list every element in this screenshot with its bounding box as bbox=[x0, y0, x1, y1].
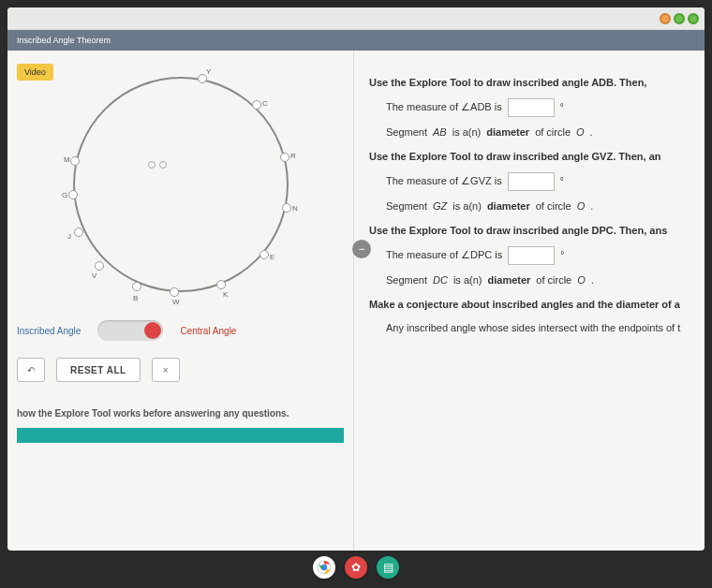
q1-measure-row: The measure of ∠ADB is ° bbox=[386, 98, 701, 117]
q3-measure-input[interactable] bbox=[508, 246, 555, 265]
point-n[interactable] bbox=[282, 203, 291, 213]
footer-bar bbox=[17, 428, 344, 443]
lesson-title: Inscribed Angle Theorem bbox=[17, 36, 111, 45]
undo-button[interactable]: ↶ bbox=[17, 358, 45, 382]
point-k[interactable] bbox=[216, 280, 226, 289]
hint-text: how the Explore Tool works before answer… bbox=[17, 408, 344, 419]
q1-segment-row: Segment AB is a(n) diameter of circle O. bbox=[386, 125, 701, 140]
questions-panel: Use the Explore Tool to draw inscribed a… bbox=[354, 51, 705, 551]
inscribed-angle-label: Inscribed Angle bbox=[17, 326, 81, 336]
point-m[interactable] bbox=[70, 156, 80, 166]
panel-collapse-icon[interactable]: − bbox=[352, 240, 371, 258]
center-marker bbox=[148, 161, 167, 169]
point-e[interactable] bbox=[260, 250, 269, 259]
point-v[interactable] bbox=[95, 261, 104, 271]
point-b[interactable] bbox=[132, 282, 141, 291]
lesson-header: Inscribed Angle Theorem bbox=[7, 30, 705, 51]
q1-prompt: Use the Explore Tool to draw inscribed a… bbox=[369, 75, 701, 91]
status-dot-green-1 bbox=[674, 13, 685, 24]
q3-prompt: Use the Explore Tool to draw inscribed a… bbox=[369, 223, 701, 239]
q2-measure-input[interactable] bbox=[508, 172, 555, 191]
conjecture-prompt: Make a conjecture about inscribed angles… bbox=[369, 297, 701, 313]
app-icon-green[interactable]: ▤ bbox=[377, 556, 399, 579]
reset-all-button[interactable]: RESET ALL bbox=[56, 358, 141, 382]
toggle-knob bbox=[144, 322, 161, 339]
app-icon-red[interactable]: ✿ bbox=[345, 556, 367, 579]
angle-toggle-row: Inscribed Angle Central Angle bbox=[17, 320, 344, 341]
browser-topbar bbox=[7, 7, 705, 30]
point-r[interactable] bbox=[280, 153, 289, 162]
explore-panel: Video Y C R N E K W B V J G M Inscribed … bbox=[7, 51, 354, 551]
q3-measure-row: The measure of ∠DPC is ° bbox=[386, 246, 701, 265]
status-dot-orange bbox=[660, 13, 671, 24]
video-button[interactable]: Video bbox=[17, 64, 53, 81]
point-j[interactable] bbox=[74, 228, 83, 237]
point-w[interactable] bbox=[170, 287, 179, 297]
os-dock: ✿ ▤ bbox=[0, 554, 712, 581]
conjecture-answer: Any inscribed angle whose sides intersec… bbox=[386, 320, 701, 336]
point-g[interactable] bbox=[68, 190, 78, 199]
q2-prompt: Use the Explore Tool to draw inscribed a… bbox=[369, 149, 701, 165]
q2-measure-row: The measure of ∠GVZ is ° bbox=[386, 172, 701, 191]
q3-segment-row: Segment DC is a(n) diameter of circle O. bbox=[386, 272, 701, 288]
tab-label bbox=[13, 14, 16, 23]
geometry-canvas[interactable]: Y C R N E K W B V J G M bbox=[7, 86, 344, 292]
central-angle-label: Central Angle bbox=[180, 326, 236, 336]
status-dot-green-2 bbox=[688, 13, 699, 24]
q1-measure-input[interactable] bbox=[508, 98, 555, 117]
angle-type-toggle[interactable] bbox=[97, 320, 163, 341]
q2-segment-row: Segment GZ is a(n) diameter of circle O. bbox=[386, 198, 701, 214]
point-c[interactable] bbox=[252, 100, 261, 110]
close-button[interactable]: × bbox=[152, 358, 180, 382]
chrome-icon[interactable] bbox=[313, 556, 335, 579]
